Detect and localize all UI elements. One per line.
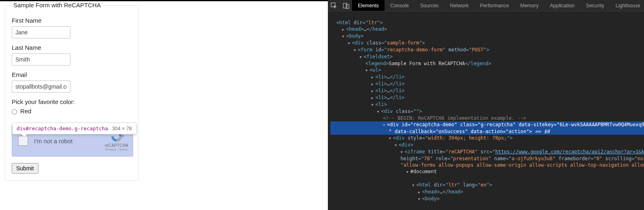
last-name-input[interactable] [12,53,70,66]
inspect-tooltip: div#recaptcha-demo.g-recaptcha 304 × 78 [12,123,136,134]
color-radio-red[interactable] [12,109,17,115]
dom-tree[interactable]: <html dir="ltr"> <head>…</head> <body> <… [328,11,644,210]
email-label: Email [12,71,132,78]
devtools-panel: Elements Console Sources Network Perform… [328,0,644,210]
tooltip-dimensions: 304 × 78 [112,126,132,132]
color-option-red[interactable]: Red [20,108,32,115]
tab-memory[interactable]: Memory [514,0,544,11]
email-input[interactable] [12,81,70,93]
tab-sources[interactable]: Sources [414,0,444,11]
first-name-input[interactable] [12,26,70,38]
tab-performance[interactable]: Performance [474,0,515,11]
recaptcha-text: I'm not a robot [34,138,72,144]
tab-application[interactable]: Application [544,0,580,11]
svg-rect-2 [343,3,347,8]
last-name-label: Last Name [12,44,132,51]
tooltip-selector: div#recaptcha-demo.g-recaptcha [17,125,108,132]
recaptcha-checkbox[interactable] [18,136,28,146]
form-legend: Sample Form with ReCAPTCHA [11,2,103,8]
tab-console[interactable]: Console [385,0,414,11]
sample-form: Sample Form with ReCAPTCHA First Name La… [5,5,138,180]
svg-marker-0 [122,134,123,138]
tab-elements[interactable]: Elements [352,0,385,11]
first-name-label: First Name [12,17,132,24]
tab-network[interactable]: Network [444,0,474,11]
tab-lighthouse[interactable]: Lighthouse [610,0,644,11]
tab-security[interactable]: Security [580,0,610,11]
color-label: Pick your favorite color: [12,98,132,105]
inspect-element-icon[interactable] [328,0,340,11]
submit-button[interactable]: Submit [12,163,38,174]
device-toolbar-icon[interactable] [340,0,352,11]
devtools-toolbar: Elements Console Sources Network Perform… [328,0,644,11]
dom-selected-node[interactable]: <div id="recaptcha-demo" class="g-recapt… [330,121,644,128]
